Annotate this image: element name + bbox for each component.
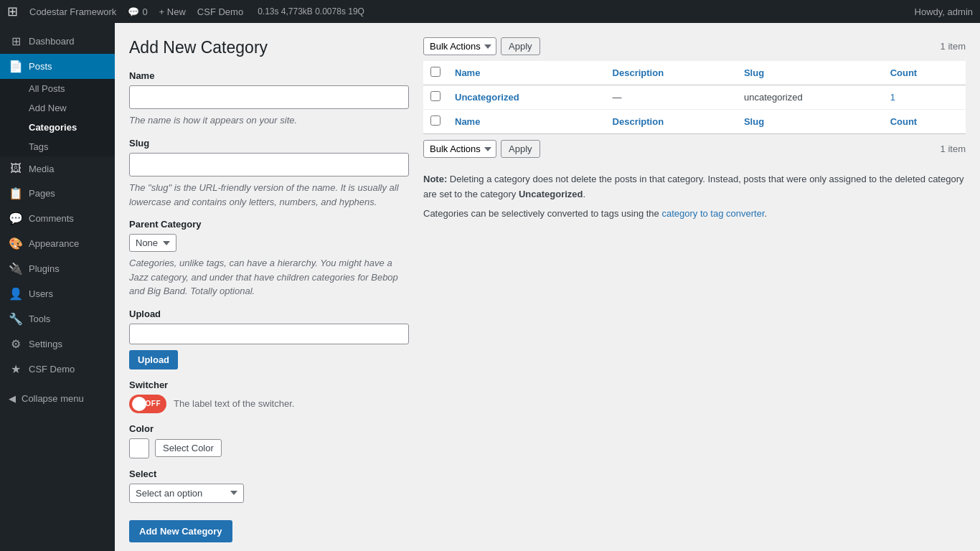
plugins-icon: 🔌 bbox=[9, 262, 23, 276]
count-footer-link[interactable]: Count bbox=[890, 116, 918, 127]
bulk-bar-top: Bulk Actions Apply 1 item bbox=[423, 37, 966, 55]
sidebar-item-categories[interactable]: Categories bbox=[0, 118, 115, 137]
description-column-link[interactable]: Description bbox=[613, 67, 664, 78]
slug-column-link[interactable]: Slug bbox=[744, 67, 764, 78]
item-count-bottom: 1 item bbox=[941, 143, 966, 154]
sidebar: ⊞ Dashboard 📄 Posts All Posts Add New Ca… bbox=[0, 23, 115, 551]
parent-group: Parent Category None Categories, unlike … bbox=[129, 219, 409, 298]
color-wrap: Select Color bbox=[129, 438, 409, 458]
row-checkbox-cell bbox=[423, 85, 448, 110]
collapse-menu-label: Collapse menu bbox=[22, 393, 84, 404]
add-category-panel: Add New Category Name The name is how it… bbox=[129, 37, 409, 542]
parent-label: Parent Category bbox=[129, 219, 409, 230]
sidebar-item-tags[interactable]: Tags bbox=[0, 137, 115, 156]
apply-button-bottom[interactable]: Apply bbox=[501, 140, 540, 158]
upload-input[interactable] bbox=[129, 324, 409, 344]
slug-label: Slug bbox=[129, 138, 409, 149]
sidebar-item-users[interactable]: 👤 Users bbox=[0, 281, 115, 306]
upload-label: Upload bbox=[129, 309, 409, 319]
category-to-tag-converter-link[interactable]: category to tag converter bbox=[661, 208, 764, 219]
description-footer-link[interactable]: Description bbox=[613, 116, 664, 127]
color-label: Color bbox=[129, 423, 409, 434]
collapse-arrow-icon: ◀ bbox=[9, 393, 16, 404]
bulk-actions-select-bottom[interactable]: Bulk Actions bbox=[423, 140, 496, 158]
parent-hint: Categories, unlike tags, can have a hier… bbox=[129, 256, 409, 298]
note-text: Deleting a category does not delete the … bbox=[423, 174, 964, 199]
csf-demo-link[interactable]: CSF Demo bbox=[197, 6, 243, 17]
select-all-checkbox-bottom[interactable] bbox=[430, 116, 440, 126]
count-column-link[interactable]: Count bbox=[890, 67, 918, 78]
new-content-button[interactable]: + New bbox=[159, 6, 186, 17]
row-count-link[interactable]: 1 bbox=[890, 92, 895, 103]
sidebar-item-settings[interactable]: ⚙ Settings bbox=[0, 331, 115, 357]
switcher-toggle[interactable]: OFF bbox=[129, 395, 166, 413]
comments-notif[interactable]: 💬 0 bbox=[128, 6, 147, 17]
row-slug-cell: uncategorized bbox=[737, 85, 883, 110]
sidebar-item-posts[interactable]: 📄 Posts bbox=[0, 54, 115, 79]
sidebar-label-appearance: Appearance bbox=[29, 238, 79, 249]
name-column-link[interactable]: Name bbox=[455, 67, 480, 78]
site-name-text: Codestar Framework bbox=[29, 6, 116, 17]
table-header-row: Name Description Slug Count bbox=[423, 61, 966, 85]
sidebar-item-pages[interactable]: 📋 Pages bbox=[0, 181, 115, 206]
name-label: Name bbox=[129, 70, 409, 81]
sidebar-item-media[interactable]: 🖼 Media bbox=[0, 156, 115, 181]
row-count-cell: 1 bbox=[883, 85, 966, 110]
page-title: Add New Category bbox=[129, 37, 409, 59]
performance-stats: 0.13s 4,773kB 0.0078s 19Q bbox=[258, 6, 364, 17]
notif-count: 0 bbox=[142, 6, 147, 17]
name-input[interactable] bbox=[129, 85, 409, 110]
sidebar-item-tools[interactable]: 🔧 Tools bbox=[0, 306, 115, 331]
row-name-link[interactable]: Uncategorized bbox=[455, 92, 519, 103]
parent-select[interactable]: None bbox=[129, 234, 176, 252]
switcher-knob bbox=[132, 397, 146, 411]
wp-logo-icon[interactable]: ⊞ bbox=[7, 4, 18, 19]
collapse-menu-button[interactable]: ◀ Collapse menu bbox=[0, 387, 115, 410]
apply-button-top[interactable]: Apply bbox=[501, 37, 540, 55]
user-menu[interactable]: Howdy, admin bbox=[915, 6, 973, 17]
sidebar-item-appearance[interactable]: 🎨 Appearance bbox=[0, 231, 115, 256]
switcher-track: OFF bbox=[129, 395, 166, 413]
csf-select[interactable]: Select an option bbox=[129, 484, 244, 503]
sidebar-item-add-new[interactable]: Add New bbox=[0, 98, 115, 118]
pages-icon: 📋 bbox=[9, 187, 23, 200]
sidebar-item-dashboard[interactable]: ⊞ Dashboard bbox=[0, 29, 115, 54]
converter-text: Categories can be selectively converted … bbox=[423, 208, 661, 219]
select-color-button[interactable]: Select Color bbox=[155, 439, 222, 457]
sidebar-item-csf-demo[interactable]: ★ CSF Demo bbox=[0, 357, 115, 382]
dashboard-icon: ⊞ bbox=[9, 34, 23, 48]
site-name[interactable]: Codestar Framework bbox=[29, 6, 116, 17]
select-label: Select bbox=[129, 468, 409, 479]
note-bold: Uncategorized bbox=[519, 189, 583, 199]
row-description-cell: — bbox=[606, 85, 737, 110]
upload-group: Upload Upload bbox=[129, 309, 409, 369]
csf-icon: ★ bbox=[9, 362, 23, 376]
content-wrapper: Add New Category Name The name is how it… bbox=[129, 37, 966, 542]
slug-footer-header: Slug bbox=[737, 110, 883, 134]
upload-button[interactable]: Upload bbox=[129, 350, 178, 369]
slug-footer-link[interactable]: Slug bbox=[744, 116, 764, 127]
sidebar-item-comments[interactable]: 💬 Comments bbox=[0, 206, 115, 231]
checkbox-footer bbox=[423, 110, 448, 134]
sidebar-item-all-posts[interactable]: All Posts bbox=[0, 79, 115, 98]
add-category-button[interactable]: Add New Category bbox=[129, 520, 232, 542]
name-footer-link[interactable]: Name bbox=[455, 116, 480, 127]
switcher-description: The label text of the switcher. bbox=[174, 398, 294, 409]
color-group: Color Select Color bbox=[129, 423, 409, 458]
slug-input[interactable] bbox=[129, 153, 409, 177]
count-column-header: Count bbox=[883, 61, 966, 85]
select-all-checkbox-top[interactable] bbox=[430, 67, 440, 77]
note-text2: . bbox=[583, 189, 586, 199]
appearance-icon: 🎨 bbox=[9, 237, 23, 250]
sidebar-item-plugins[interactable]: 🔌 Plugins bbox=[0, 256, 115, 281]
sidebar-label-plugins: Plugins bbox=[29, 263, 60, 274]
converter-end: . bbox=[765, 208, 768, 219]
count-footer-header: Count bbox=[883, 110, 966, 134]
row-checkbox[interactable] bbox=[430, 91, 440, 101]
color-swatch[interactable] bbox=[129, 438, 149, 458]
switcher-off-label: OFF bbox=[146, 400, 161, 408]
slug-group: Slug The "slug" is the URL-friendly vers… bbox=[129, 138, 409, 209]
item-count-top: 1 item bbox=[941, 41, 966, 52]
sidebar-label-settings: Settings bbox=[29, 339, 62, 349]
bulk-actions-select-top[interactable]: Bulk Actions bbox=[423, 37, 496, 55]
